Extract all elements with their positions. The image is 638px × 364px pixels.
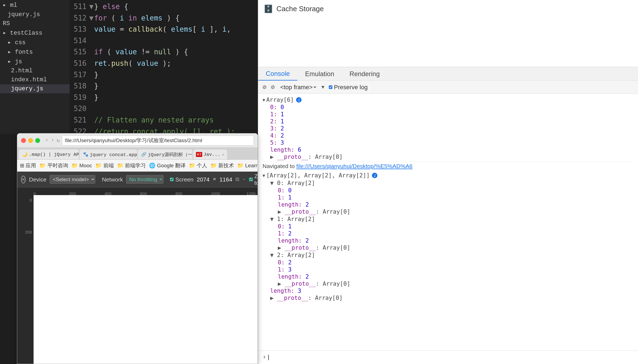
- screen-resize-icon[interactable]: ⊡: [235, 176, 239, 183]
- arr0-0: 0: 0: [263, 187, 634, 194]
- emu-no-icon[interactable]: ✕: [21, 176, 26, 183]
- sidebar-item-rs[interactable]: RS: [0, 19, 70, 28]
- sidebar-item-2html[interactable]: 2.html: [0, 66, 70, 75]
- array2x3-arrow[interactable]: ▼: [263, 173, 265, 178]
- device-selector[interactable]: <Select model>: [50, 175, 95, 184]
- arr0-proto[interactable]: ▶ __proto__: Array[0]: [263, 208, 634, 215]
- console-arr1[interactable]: ▼ 1: Array[2]: [263, 215, 634, 223]
- console-content: ▼ Array[6] i 0: 0 1: 1 2: 1 3: 2 4: 2 5:…: [258, 94, 638, 350]
- preserve-log-checkbox[interactable]: [329, 85, 332, 89]
- bookmark-personal[interactable]: 📁 个人: [189, 162, 207, 169]
- browser-tab-3[interactable]: 🔗 jQuery源码剖析（一）——#... ✕: [138, 150, 192, 159]
- tab-console[interactable]: Console: [258, 67, 297, 80]
- code-line-513: 513 value = callback( elems[ i ], i,: [70, 24, 258, 35]
- browser-tab-1[interactable]: 🌙 .map() | jQuery API Docum... ✕: [19, 150, 79, 159]
- sidebar-item-css[interactable]: ▸ css: [0, 38, 70, 47]
- sidebar-item-fonts[interactable]: ▸ fonts: [0, 47, 70, 57]
- bookmark-frontend-study[interactable]: 📁 前端学习: [117, 162, 146, 169]
- sidebar-item-jqueryjs-active[interactable]: jquery.js: [0, 84, 70, 93]
- browser-tabs: 🌙 .map() | jQuery API Docum... ✕ 🐾 jquer…: [17, 148, 258, 160]
- tab-emulation[interactable]: Emulation: [297, 67, 342, 80]
- sidebar-item-jqueryjs-top[interactable]: jquery.js: [0, 10, 70, 19]
- bookmark-google-translate[interactable]: 🌐 Google 翻译: [149, 162, 186, 169]
- bookmark-apps[interactable]: ⊞ 应用: [20, 162, 36, 169]
- console-cursor[interactable]: [268, 355, 269, 360]
- nav-forward[interactable]: ›: [51, 137, 54, 144]
- array6-proto[interactable]: ▶ __proto__: Array[0]: [263, 153, 634, 160]
- screen-label: Screen: [170, 176, 193, 183]
- nav-back[interactable]: ‹: [45, 137, 49, 144]
- arr2-0: 0: 2: [263, 259, 634, 266]
- traffic-light-green[interactable]: [35, 138, 40, 143]
- bookmark-frontend[interactable]: 📁 前端: [95, 162, 114, 169]
- browser-tab-2[interactable]: 🐾 jquery concat.apply_百度搜... ✕: [80, 150, 137, 159]
- tab1-favicon: 🌙: [22, 152, 28, 157]
- tab2-favicon: 🐾: [83, 152, 88, 157]
- sidebar-item-ml[interactable]: ▸ ▸ mlml: [0, 0, 70, 10]
- sidebar-item-indexhtml[interactable]: index.html: [0, 75, 70, 84]
- arr-proto[interactable]: ▶ __proto__: Array[0]: [263, 294, 634, 302]
- traffic-light-red[interactable]: [21, 138, 26, 143]
- array6-2: 2: 1: [263, 118, 634, 125]
- console-arr0[interactable]: ▼ 0: Array[2]: [263, 179, 634, 187]
- code-line-519: 519 }: [70, 92, 258, 103]
- arr1-1: 1: 2: [263, 230, 634, 237]
- page-area: 0 200: [17, 195, 258, 364]
- code-line-512: 512 ▼ for ( i in elems ) {: [70, 13, 258, 24]
- screen-checkbox[interactable]: [170, 178, 174, 181]
- arr-length: length: 3: [263, 287, 634, 294]
- array6-info-icon[interactable]: i: [296, 97, 302, 103]
- code-editor: 511 ▼ } else { 512 ▼ for ( i in elems ) …: [70, 0, 258, 134]
- zoom-label[interactable]: Zoom to fit: [249, 173, 258, 186]
- sidebar-item-js[interactable]: ▸ js: [0, 57, 70, 66]
- storage-label: Cache Storage: [276, 5, 324, 13]
- array6-length: length: 6: [263, 146, 634, 153]
- console-toolbar: ⊘ ⊘ <top frame> ▼ Preserve log: [258, 81, 638, 94]
- url-bar[interactable]: file:///Users/qianyuhui/Desktop/学习/试验室/t…: [62, 136, 254, 145]
- tab-rendering[interactable]: Rendering: [342, 67, 387, 80]
- frame-selector[interactable]: <top frame>: [279, 83, 317, 91]
- arr2-1: 1: 3: [263, 266, 634, 273]
- storage-header: 🗄️ Cache Storage: [258, 0, 638, 18]
- tab1-label: .map() | jQuery API Docum...: [29, 152, 79, 157]
- code-line-522: 522 //return concat.apply( [], ret );: [70, 126, 258, 134]
- traffic-light-yellow[interactable]: [28, 138, 33, 143]
- code-line-520: 520: [70, 103, 258, 115]
- tab3-label: jQuery源码剖析（一）——#...: [148, 151, 192, 158]
- devtools-right-top: 🗄️ Cache Storage: [258, 0, 638, 67]
- ruler-horizontal: 0 200 400 600 800 1000 1200: [17, 187, 258, 195]
- bookmark-new-tech[interactable]: 📁 新技术: [210, 162, 234, 169]
- array2x3-info-icon[interactable]: i: [372, 173, 377, 178]
- code-line-521: 521 // Flatten any nested arrays: [70, 115, 258, 126]
- tab4-favicon: W3: [196, 152, 202, 157]
- preserve-log-label[interactable]: Preserve log: [329, 84, 368, 91]
- bookmark-pingshi[interactable]: 📁 平时咨询: [39, 162, 68, 169]
- tab4-label: Jav...: [204, 152, 220, 157]
- array6-3: 3: 2: [263, 125, 634, 132]
- console-arr2[interactable]: ▼ 2: Array[2]: [263, 251, 634, 259]
- clear-console-icon[interactable]: ⊘: [263, 83, 266, 91]
- bookmark-learned[interactable]: 📁 Learned: [237, 162, 258, 169]
- console-panel: Console Emulation Rendering ⊘ ⊘ <top fra…: [258, 67, 638, 364]
- tab4-close[interactable]: ✕: [222, 152, 224, 157]
- nav-reload[interactable]: ↻: [56, 137, 60, 144]
- sidebar-item-testclass[interactable]: ▸ testClass: [0, 28, 70, 38]
- network-selector[interactable]: No throttling: [126, 175, 163, 184]
- code-line-518: 518 }: [70, 80, 258, 92]
- arr1-proto[interactable]: ▶ __proto__: Array[0]: [263, 244, 634, 251]
- browser-tab-4[interactable]: W3 Jav... ✕: [193, 150, 227, 159]
- console-array2x3-header[interactable]: ▼ [Array[2], Array[2], Array[2]] i: [263, 172, 634, 179]
- array6-1: 1: 1: [263, 111, 634, 118]
- bookmark-mooc[interactable]: 📁 Mooc: [71, 162, 92, 169]
- screen-x: ×: [213, 176, 216, 183]
- code-line-514: 514: [70, 35, 258, 47]
- page-content-area: [34, 195, 258, 364]
- code-line-515: 515 if ( value != null ) {: [70, 46, 258, 58]
- device-label: Device: [29, 176, 46, 183]
- filter-icon[interactable]: ⊘: [271, 83, 275, 91]
- frame-arrow[interactable]: ▼: [321, 85, 324, 90]
- console-array6-header[interactable]: ▼ Array[6] i: [263, 96, 634, 104]
- zoom-checkbox[interactable]: [249, 178, 253, 181]
- array6-arrow[interactable]: ▼: [263, 97, 265, 103]
- arr2-proto[interactable]: ▶ __proto__: Array[0]: [263, 280, 634, 287]
